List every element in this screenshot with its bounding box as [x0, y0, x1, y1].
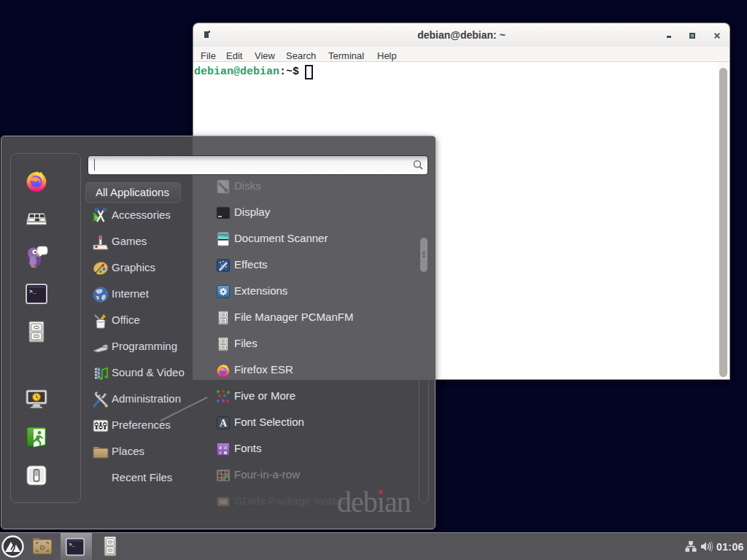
svg-text:A: A	[220, 418, 228, 429]
svg-text:>_: >_	[29, 288, 36, 295]
svg-text:D: D	[40, 544, 45, 551]
svg-text:a: a	[219, 449, 222, 456]
svg-text:a: a	[224, 449, 228, 456]
svg-text:>_: >_	[69, 542, 75, 548]
